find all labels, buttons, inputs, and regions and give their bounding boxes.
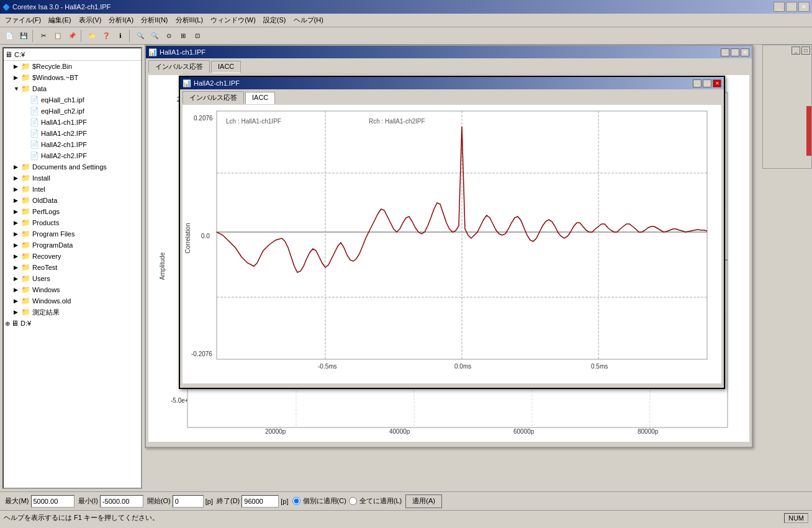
window2-title-bar[interactable]: 📊 HallA2-ch1.IPF _ □ ✕ (180, 77, 724, 89)
tree-item-Windows[interactable]: ▶📁Windows (4, 284, 141, 295)
tree-label: Documents and Settings (32, 163, 107, 171)
window1-tab-iacc[interactable]: IACC (211, 61, 241, 73)
apply-button[interactable]: 適用(A) (405, 494, 442, 508)
workspace-area: 📊 HallA1-ch1.IPF _ □ ✕ インパルス応答 IACC Ampl… (145, 45, 812, 491)
tree-label: ProgramData (32, 241, 73, 249)
max-input[interactable] (31, 495, 74, 508)
max-field: 最大(M) (5, 495, 74, 508)
help-button[interactable]: ❓ (99, 29, 113, 43)
copy-button[interactable]: 📋 (51, 29, 65, 43)
window1-close[interactable]: ✕ (741, 48, 749, 56)
window1-maximize[interactable]: □ (731, 48, 739, 56)
menu-edit[interactable]: 編集(E) (45, 14, 75, 26)
max-label: 最大(M) (5, 496, 29, 506)
svg-text:0.0ms: 0.0ms (454, 363, 471, 370)
tree-item-HallA2-ch2-IPF[interactable]: 📄HallA2-ch2.IPF (4, 150, 141, 161)
tree-label: HallA2-ch1.IPF (41, 141, 87, 148)
menu-file[interactable]: ファイル(F) (1, 14, 45, 26)
tree-item--Windows--BT[interactable]: ▶📁$Windows.~BT (4, 72, 141, 83)
tree-item-OldData[interactable]: ▶📁OldData (4, 195, 141, 206)
window1-title-bar[interactable]: 📊 HallA1-ch1.IPF _ □ ✕ (146, 46, 752, 58)
window-hall-a2: 📊 HallA2-ch1.IPF _ □ ✕ インパルス応答 IACC Corr… (179, 76, 725, 389)
tree-item-Products[interactable]: ▶📁Products (4, 217, 141, 228)
min-input[interactable] (100, 495, 143, 508)
tree-item-eqHall-ch1-ipf[interactable]: 📄eqHall_ch1.ipf (4, 94, 141, 105)
svg-text:40000p: 40000p (389, 428, 410, 435)
window2-tab-iacc[interactable]: IACC (245, 92, 275, 104)
app-icon: 🔷 (2, 4, 10, 11)
zoom-fit-button[interactable]: ⊞ (176, 29, 190, 43)
window2-minimize[interactable]: _ (693, 79, 701, 87)
new-button[interactable]: 📄 (2, 29, 16, 43)
svg-text:0.2076: 0.2076 (194, 115, 213, 122)
window2-maximize[interactable]: □ (703, 79, 711, 87)
tree-item-Users[interactable]: ▶📁Users (4, 273, 141, 284)
maximize-button[interactable]: □ (786, 2, 797, 12)
minimize-button[interactable]: _ (774, 2, 785, 12)
window1-icon: 📊 (148, 48, 157, 56)
menu-analysis2[interactable]: 分析II(N) (137, 14, 171, 26)
tree-drive-d[interactable]: ⊕🖥D:¥ (4, 318, 141, 329)
tree-item--Recycle-Bin[interactable]: ▶📁$Recycle.Bin (4, 61, 141, 72)
min-field: 最小(I) (78, 495, 143, 508)
menu-analysis1[interactable]: 分析I(A) (105, 14, 137, 26)
tree-item-Install[interactable]: ▶📁Install (4, 172, 141, 184)
close-button[interactable]: ✕ (798, 2, 810, 12)
file-tree-panel: 🖥 C:¥ ▶📁$Recycle.Bin▶📁$Windows.~BT▼📁Data… (2, 47, 142, 489)
tree-item-----[interactable]: ▶📁測定結果 (4, 307, 141, 318)
radio1-label[interactable]: 個別に適用(C) (303, 496, 346, 506)
toolbar: 📄 💾 ✂ 📋 📌 📁 ❓ ℹ 🔍 🔍 ⊙ ⊞ ⊡ (0, 27, 812, 45)
zoom-reset-button[interactable]: ⊙ (162, 29, 176, 43)
end-label: 終了(D) (217, 496, 240, 506)
window1-tab-impulse[interactable]: インパルス応答 (148, 60, 210, 73)
tree-item-PerfLogs[interactable]: ▶📁PerfLogs (4, 206, 141, 217)
tree-item-HallA1-ch1-IPF[interactable]: 📄HallA1-ch1.IPF (4, 117, 141, 128)
tree-item-ReoTest[interactable]: ▶📁ReoTest (4, 262, 141, 273)
paste-button[interactable]: 📌 (65, 29, 79, 43)
menu-help[interactable]: ヘルプ(H) (290, 14, 327, 26)
menu-window[interactable]: ウィンドウ(W) (207, 14, 259, 26)
status-bar: ヘルプを表示するには F1 キーを押してください。 NUM (0, 510, 812, 525)
info-button[interactable]: ℹ (114, 29, 127, 43)
menu-analysis3[interactable]: 分析III(L) (172, 14, 207, 26)
tree-item-Documents-and-Settings[interactable]: ▶📁Documents and Settings (4, 161, 141, 172)
tree-label: HallA1-ch2.IPF (41, 130, 87, 137)
tree-label: Recovery (32, 253, 61, 260)
end-input[interactable] (241, 495, 279, 508)
zoom-out-button[interactable]: 🔍 (133, 29, 147, 43)
tree-item-Recovery[interactable]: ▶📁Recovery (4, 251, 141, 262)
radio-all[interactable] (349, 497, 357, 505)
tree-drive-label[interactable]: C:¥ (14, 51, 25, 58)
tree-item-Intel[interactable]: ▶📁Intel (4, 184, 141, 195)
tree-item-Data[interactable]: ▼📁Data (4, 83, 141, 94)
folder-button[interactable]: 📁 (85, 29, 99, 43)
start-input[interactable] (173, 495, 204, 508)
menu-view[interactable]: 表示(V) (75, 14, 106, 26)
svg-text:80000p: 80000p (638, 428, 659, 435)
cut-button[interactable]: ✂ (37, 29, 50, 43)
radio2-label[interactable]: 全てに適用(L) (359, 496, 402, 506)
zoom-select-button[interactable]: ⊡ (191, 29, 204, 43)
tree-label: Windows.old (32, 297, 71, 305)
tree-item-Program-Files[interactable]: ▶📁Program Files (4, 228, 141, 239)
tree-item-HallA1-ch2-IPF[interactable]: 📄HallA1-ch2.IPF (4, 128, 141, 139)
tree-item-eqHall-ch2-ipf[interactable]: 📄eqHall_ch2.ipf (4, 105, 141, 117)
start-unit: [p] (205, 498, 213, 505)
side-panel-maximize[interactable]: □ (801, 47, 810, 55)
window1-minimize[interactable]: _ (721, 48, 729, 56)
svg-text:-0.2076: -0.2076 (191, 351, 212, 357)
window1-tab-bar: インパルス応答 IACC (146, 58, 752, 73)
window2-tab-impulse[interactable]: インパルス応答 (183, 91, 244, 104)
tree-label: Intel (32, 186, 45, 193)
tree-item-HallA2-ch1-IPF[interactable]: 📄HallA2-ch1.IPF (4, 139, 141, 150)
window2-close[interactable]: ✕ (713, 79, 721, 87)
menu-settings[interactable]: 設定(S) (259, 14, 290, 26)
radio-individual[interactable] (292, 497, 300, 505)
tree-label: HallA1-ch1.IPF (41, 119, 87, 126)
tree-label: $Recycle.Bin (32, 63, 72, 70)
tree-item-ProgramData[interactable]: ▶📁ProgramData (4, 239, 141, 251)
side-panel-minimize[interactable]: _ (792, 47, 800, 55)
zoom-in-button[interactable]: 🔍 (148, 29, 161, 43)
tree-item-Windows-old[interactable]: ▶📁Windows.old (4, 295, 141, 307)
save-button[interactable]: 💾 (17, 29, 30, 43)
